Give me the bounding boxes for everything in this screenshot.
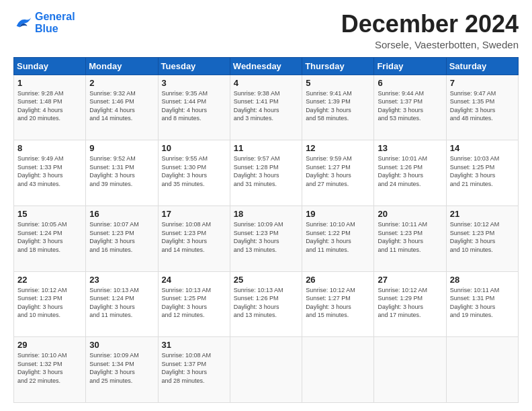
- day-info: Sunrise: 10:10 AM Sunset: 1:22 PM Daylig…: [306, 220, 370, 254]
- day-number: 9: [89, 143, 154, 153]
- day-info: Sunrise: 10:12 AM Sunset: 1:27 PM Daylig…: [306, 286, 370, 320]
- calendar-week-3: 15Sunrise: 10:05 AM Sunset: 1:24 PM Dayl…: [14, 205, 519, 271]
- calendar-cell: 18Sunrise: 10:09 AM Sunset: 1:23 PM Dayl…: [230, 205, 302, 271]
- calendar-cell: 4Sunrise: 9:38 AM Sunset: 1:41 PM Daylig…: [230, 75, 302, 140]
- calendar-cell: [230, 337, 302, 403]
- calendar-cell: 17Sunrise: 10:08 AM Sunset: 1:23 PM Dayl…: [158, 205, 230, 271]
- calendar-cell: 1Sunrise: 9:28 AM Sunset: 1:48 PM Daylig…: [14, 75, 86, 140]
- calendar-cell: 29Sunrise: 10:10 AM Sunset: 1:32 PM Dayl…: [14, 337, 86, 403]
- day-info: Sunrise: 9:55 AM Sunset: 1:30 PM Dayligh…: [162, 154, 226, 188]
- day-info: Sunrise: 9:35 AM Sunset: 1:44 PM Dayligh…: [162, 89, 226, 123]
- calendar-cell: 19Sunrise: 10:10 AM Sunset: 1:22 PM Dayl…: [302, 205, 374, 271]
- calendar-cell: 3Sunrise: 9:35 AM Sunset: 1:44 PM Daylig…: [158, 75, 230, 140]
- day-info: Sunrise: 10:12 AM Sunset: 1:23 PM Daylig…: [17, 286, 82, 320]
- calendar-cell: 22Sunrise: 10:12 AM Sunset: 1:23 PM Dayl…: [14, 271, 86, 337]
- calendar-cell: 26Sunrise: 10:12 AM Sunset: 1:27 PM Dayl…: [302, 271, 374, 337]
- page: General Blue December 2024 Sorsele, Vaes…: [0, 0, 532, 411]
- day-info: Sunrise: 10:13 AM Sunset: 1:24 PM Daylig…: [89, 286, 154, 320]
- day-info: Sunrise: 10:09 AM Sunset: 1:34 PM Daylig…: [89, 351, 154, 385]
- day-info: Sunrise: 9:38 AM Sunset: 1:41 PM Dayligh…: [234, 89, 298, 123]
- day-info: Sunrise: 10:12 AM Sunset: 1:23 PM Daylig…: [450, 220, 515, 254]
- day-number: 13: [378, 143, 442, 153]
- day-info: Sunrise: 9:49 AM Sunset: 1:33 PM Dayligh…: [17, 154, 82, 188]
- day-info: Sunrise: 10:11 AM Sunset: 1:31 PM Daylig…: [450, 286, 515, 320]
- day-number: 26: [306, 275, 370, 285]
- logo-text: General Blue: [35, 11, 75, 34]
- day-info: Sunrise: 10:13 AM Sunset: 1:25 PM Daylig…: [162, 286, 226, 320]
- header-wednesday: Wednesday: [230, 57, 302, 75]
- calendar-cell: 7Sunrise: 9:47 AM Sunset: 1:35 PM Daylig…: [446, 75, 518, 140]
- day-number: 22: [17, 275, 82, 285]
- day-info: Sunrise: 10:11 AM Sunset: 1:23 PM Daylig…: [378, 220, 442, 254]
- day-number: 5: [306, 78, 370, 88]
- calendar-cell: 15Sunrise: 10:05 AM Sunset: 1:24 PM Dayl…: [14, 205, 86, 271]
- calendar-cell: 2Sunrise: 9:32 AM Sunset: 1:46 PM Daylig…: [86, 75, 158, 140]
- day-info: Sunrise: 9:41 AM Sunset: 1:39 PM Dayligh…: [306, 89, 370, 123]
- day-info: Sunrise: 10:03 AM Sunset: 1:25 PM Daylig…: [450, 154, 515, 188]
- day-info: Sunrise: 9:32 AM Sunset: 1:46 PM Dayligh…: [89, 89, 154, 123]
- day-number: 18: [234, 209, 298, 219]
- day-info: Sunrise: 10:13 AM Sunset: 1:26 PM Daylig…: [234, 286, 298, 320]
- day-number: 21: [450, 209, 515, 219]
- calendar-cell: 9Sunrise: 9:52 AM Sunset: 1:31 PM Daylig…: [86, 140, 158, 206]
- header-thursday: Thursday: [302, 57, 374, 75]
- day-number: 8: [17, 143, 82, 153]
- calendar-cell: 24Sunrise: 10:13 AM Sunset: 1:25 PM Dayl…: [158, 271, 230, 337]
- header-tuesday: Tuesday: [158, 57, 230, 75]
- header: General Blue December 2024 Sorsele, Vaes…: [13, 11, 519, 50]
- day-info: Sunrise: 9:57 AM Sunset: 1:28 PM Dayligh…: [234, 154, 298, 188]
- day-number: 15: [17, 209, 82, 219]
- calendar-week-1: 1Sunrise: 9:28 AM Sunset: 1:48 PM Daylig…: [14, 75, 519, 140]
- calendar-cell: 20Sunrise: 10:11 AM Sunset: 1:23 PM Dayl…: [374, 205, 446, 271]
- calendar-cell: 27Sunrise: 10:12 AM Sunset: 1:29 PM Dayl…: [374, 271, 446, 337]
- calendar-week-4: 22Sunrise: 10:12 AM Sunset: 1:23 PM Dayl…: [14, 271, 519, 337]
- day-info: Sunrise: 9:47 AM Sunset: 1:35 PM Dayligh…: [450, 89, 515, 123]
- calendar-title: December 2024: [341, 11, 519, 38]
- day-number: 20: [378, 209, 442, 219]
- day-number: 14: [450, 143, 515, 153]
- day-info: Sunrise: 10:12 AM Sunset: 1:29 PM Daylig…: [378, 286, 442, 320]
- day-number: 2: [89, 78, 154, 88]
- day-number: 10: [162, 143, 226, 153]
- day-info: Sunrise: 10:08 AM Sunset: 1:23 PM Daylig…: [162, 220, 226, 254]
- calendar-cell: 8Sunrise: 9:49 AM Sunset: 1:33 PM Daylig…: [14, 140, 86, 206]
- calendar-subtitle: Sorsele, Vaesterbotten, Sweden: [341, 39, 519, 50]
- day-number: 29: [17, 340, 82, 350]
- day-number: 3: [162, 78, 226, 88]
- calendar-cell: 16Sunrise: 10:07 AM Sunset: 1:23 PM Dayl…: [86, 205, 158, 271]
- day-number: 23: [89, 275, 154, 285]
- day-number: 25: [234, 275, 298, 285]
- day-info: Sunrise: 10:10 AM Sunset: 1:32 PM Daylig…: [17, 351, 82, 385]
- day-number: 12: [306, 143, 370, 153]
- day-number: 31: [162, 340, 226, 350]
- logo-icon: [13, 13, 32, 32]
- day-info: Sunrise: 9:28 AM Sunset: 1:48 PM Dayligh…: [17, 89, 82, 123]
- title-block: December 2024 Sorsele, Vaesterbotten, Sw…: [341, 11, 519, 50]
- calendar-cell: 13Sunrise: 10:01 AM Sunset: 1:26 PM Dayl…: [374, 140, 446, 206]
- day-number: 6: [378, 78, 442, 88]
- calendar-header-row: SundayMondayTuesdayWednesdayThursdayFrid…: [14, 57, 519, 75]
- day-info: Sunrise: 9:59 AM Sunset: 1:27 PM Dayligh…: [306, 154, 370, 188]
- calendar-cell: 12Sunrise: 9:59 AM Sunset: 1:27 PM Dayli…: [302, 140, 374, 206]
- day-info: Sunrise: 10:01 AM Sunset: 1:26 PM Daylig…: [378, 154, 442, 188]
- calendar-cell: 11Sunrise: 9:57 AM Sunset: 1:28 PM Dayli…: [230, 140, 302, 206]
- day-info: Sunrise: 10:07 AM Sunset: 1:23 PM Daylig…: [89, 220, 154, 254]
- calendar-cell: 6Sunrise: 9:44 AM Sunset: 1:37 PM Daylig…: [374, 75, 446, 140]
- day-number: 11: [234, 143, 298, 153]
- day-info: Sunrise: 9:44 AM Sunset: 1:37 PM Dayligh…: [378, 89, 442, 123]
- day-number: 17: [162, 209, 226, 219]
- day-info: Sunrise: 9:52 AM Sunset: 1:31 PM Dayligh…: [89, 154, 154, 188]
- day-info: Sunrise: 10:08 AM Sunset: 1:37 PM Daylig…: [162, 351, 226, 385]
- day-info: Sunrise: 10:09 AM Sunset: 1:23 PM Daylig…: [234, 220, 298, 254]
- calendar-cell: 25Sunrise: 10:13 AM Sunset: 1:26 PM Dayl…: [230, 271, 302, 337]
- header-sunday: Sunday: [14, 57, 86, 75]
- day-number: 28: [450, 275, 515, 285]
- day-number: 19: [306, 209, 370, 219]
- calendar-cell: 14Sunrise: 10:03 AM Sunset: 1:25 PM Dayl…: [446, 140, 518, 206]
- calendar-cell: 28Sunrise: 10:11 AM Sunset: 1:31 PM Dayl…: [446, 271, 518, 337]
- header-monday: Monday: [86, 57, 158, 75]
- day-number: 27: [378, 275, 442, 285]
- calendar-table: SundayMondayTuesdayWednesdayThursdayFrid…: [13, 57, 519, 403]
- day-number: 16: [89, 209, 154, 219]
- calendar-cell: [302, 337, 374, 403]
